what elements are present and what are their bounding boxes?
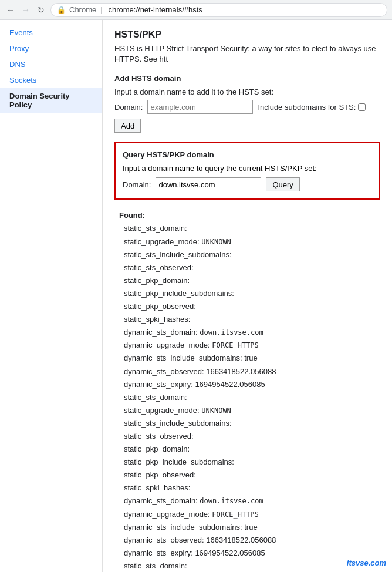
back-button[interactable]: ← [5, 4, 16, 16]
add-button[interactable]: Add [114, 119, 141, 133]
result-key: dynamic_upgrade_mode: [124, 510, 212, 519]
result-value: FORCE_HTTPS [212, 341, 258, 349]
found-label: Found: [119, 209, 380, 222]
query-section-label: Input a domain name to query the current… [123, 164, 372, 173]
result-line: static_upgrade_mode: UNKNOWN [119, 404, 380, 417]
subdomains-checkbox[interactable] [358, 103, 366, 111]
add-input-row: Domain: Include subdomains for STS: Add [114, 100, 380, 133]
sidebar-item-sockets[interactable]: Sockets [0, 72, 102, 88]
address-url: chrome://net-internals/#hsts [108, 5, 202, 14]
page-title: HSTS/PKP [114, 29, 380, 40]
add-section-label: Input a domain name to add it to the HST… [114, 88, 380, 96]
result-value: FORCE_HTTPS [212, 510, 258, 519]
add-hsts-section: Add HSTS domain Input a domain name to a… [114, 74, 380, 133]
result-line: dynamic_sts_include_subdomains: true [119, 521, 380, 534]
result-key: dynamic_sts_domain: [124, 328, 200, 337]
result-key: static_sts_domain: [124, 561, 187, 570]
results-section: Found: static_sts_domain:static_upgrade_… [114, 209, 380, 572]
add-domain-label: Domain: [114, 103, 143, 112]
result-line: static_sts_domain: [119, 560, 380, 572]
page-description: HSTS is HTTP Strict Transport Security: … [114, 43, 380, 65]
sidebar-item-events[interactable]: Events [0, 25, 102, 41]
add-section-title: Add HSTS domain [114, 74, 380, 83]
sidebar-item-proxy[interactable]: Proxy [0, 41, 102, 56]
result-line: static_pkp_include_subdomains: [119, 287, 380, 300]
result-line: dynamic_upgrade_mode: FORCE_HTTPS [119, 508, 380, 521]
result-value: UNKNOWN [201, 406, 231, 415]
result-key: static_pkp_include_subdomains: [124, 289, 234, 298]
result-line: static_pkp_observed: [119, 469, 380, 482]
result-key: static_pkp_domain: [124, 276, 190, 285]
query-domain-label: Domain: [123, 180, 151, 189]
query-button[interactable]: Query [266, 177, 299, 191]
result-key: dynamic_sts_observed: [124, 367, 206, 376]
content-area: HSTS/PKP HSTS is HTTP Strict Transport S… [103, 20, 392, 572]
address-bar: 🔒 Chrome | chrome://net-internals/#hsts [50, 3, 387, 17]
result-key: static_sts_include_subdomains: [124, 250, 232, 259]
result-key: static_spki_hashes: [124, 483, 190, 492]
result-line: static_sts_include_subdomains: [119, 248, 380, 261]
security-icon: 🔒 [57, 6, 66, 14]
result-key: static_pkp_observed: [124, 470, 196, 479]
result-line: static_sts_observed: [119, 430, 380, 443]
result-key: dynamic_sts_expiry: [124, 549, 195, 557]
result-key: static_upgrade_mode: [124, 237, 201, 246]
result-key: static_sts_domain: [124, 224, 187, 233]
result-line: static_pkp_domain: [119, 274, 380, 287]
subdomains-label: Include subdomains for STS: [258, 103, 366, 112]
result-value: down.itsvse.com [200, 328, 263, 337]
sidebar: Events Proxy DNS Sockets Domain Security… [0, 20, 103, 572]
add-domain-input[interactable] [147, 100, 253, 114]
result-key: static_spki_hashes: [124, 315, 190, 324]
sidebar-item-dns[interactable]: DNS [0, 56, 102, 72]
reload-button[interactable]: ↻ [35, 4, 47, 16]
query-input-row: Domain: Query [123, 177, 372, 191]
result-value: UNKNOWN [201, 238, 231, 246]
result-line: static_pkp_include_subdomains: [119, 456, 380, 469]
result-line: static_sts_domain: [119, 391, 380, 404]
result-key: dynamic_sts_expiry: [124, 380, 195, 389]
result-key: dynamic_sts_include_subdomains: [124, 523, 244, 531]
result-key: dynamic_sts_include_subdomains: [124, 354, 244, 362]
result-value: 1694954522.056085 [195, 380, 265, 389]
forward-button[interactable]: → [20, 4, 32, 16]
result-key: dynamic_upgrade_mode: [124, 341, 212, 349]
result-key: dynamic_sts_domain: [124, 496, 200, 505]
result-value: down.itsvse.com [200, 497, 263, 505]
query-section-title: Query HSTS/PKP domain [123, 150, 372, 159]
result-line: static_upgrade_mode: UNKNOWN [119, 235, 380, 248]
result-key: static_pkp_domain: [124, 445, 190, 453]
result-line: static_spki_hashes: [119, 313, 380, 326]
result-key: static_pkp_include_subdomains: [124, 457, 234, 466]
result-line: static_sts_observed: [119, 261, 380, 274]
result-line: dynamic_upgrade_mode: FORCE_HTTPS [119, 339, 380, 352]
result-key: static_sts_domain: [124, 393, 187, 402]
result-line: static_pkp_observed: [119, 300, 380, 313]
result-key: dynamic_sts_observed: [124, 536, 206, 544]
result-value: true [244, 523, 257, 531]
result-line: static_sts_domain: [119, 222, 380, 235]
result-key: static_pkp_observed: [124, 302, 196, 311]
results-container: static_sts_domain:static_upgrade_mode: U… [119, 222, 380, 572]
result-value: 1663418522.056088 [206, 536, 276, 544]
address-prefix: Chrome | [69, 5, 104, 14]
result-line: dynamic_sts_domain: down.itsvse.com [119, 494, 380, 507]
result-line: static_spki_hashes: [119, 482, 380, 494]
result-line: dynamic_sts_observed: 1663418522.056088 [119, 534, 380, 547]
result-line: dynamic_sts_domain: down.itsvse.com [119, 326, 380, 339]
result-line: dynamic_sts_observed: 1663418522.056088 [119, 365, 380, 378]
query-hsts-section: Query HSTS/PKP domain Input a domain nam… [114, 142, 380, 200]
browser-toolbar: ← → ↻ 🔒 Chrome | chrome://net-internals/… [0, 0, 392, 20]
watermark: itsvse.com [347, 558, 386, 567]
result-key: static_sts_include_subdomains: [124, 419, 232, 428]
query-domain-input[interactable] [156, 177, 261, 191]
result-key: static_upgrade_mode: [124, 406, 201, 415]
result-line: dynamic_sts_expiry: 1694954522.056085 [119, 547, 380, 560]
result-line: static_pkp_domain: [119, 443, 380, 456]
result-line: static_sts_include_subdomains: [119, 417, 380, 430]
result-line: dynamic_sts_expiry: 1694954522.056085 [119, 378, 380, 391]
result-line: dynamic_sts_include_subdomains: true [119, 352, 380, 365]
sidebar-item-domain-security-policy[interactable]: Domain Security Policy [0, 88, 102, 113]
result-value: 1694954522.056085 [195, 549, 265, 557]
main-layout: Events Proxy DNS Sockets Domain Security… [0, 20, 392, 572]
